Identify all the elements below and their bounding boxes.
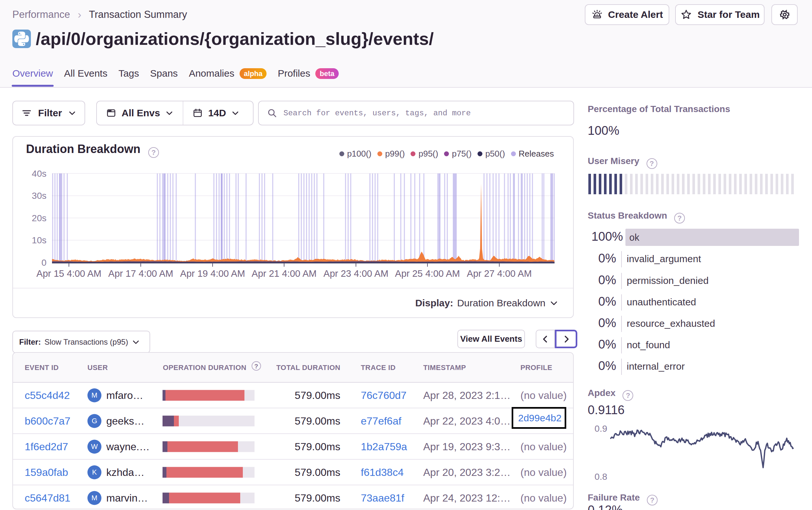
svg-text:Apr 27 4:00 AM: Apr 27 4:00 AM <box>467 268 532 279</box>
svg-text:Apr 17 4:00 AM: Apr 17 4:00 AM <box>108 268 173 279</box>
svg-text:Apr 25 4:00 AM: Apr 25 4:00 AM <box>395 268 460 279</box>
svg-text:Apr 15 4:00 AM: Apr 15 4:00 AM <box>36 268 102 279</box>
svg-text:Apr 23 4:00 AM: Apr 23 4:00 AM <box>323 268 388 279</box>
svg-text:0: 0 <box>41 258 47 268</box>
svg-text:20s: 20s <box>32 213 47 223</box>
svg-text:Apr 19 4:00 AM: Apr 19 4:00 AM <box>180 268 245 279</box>
svg-text:10s: 10s <box>32 235 47 245</box>
svg-text:Apr 21 4:00 AM: Apr 21 4:00 AM <box>252 268 317 279</box>
svg-text:30s: 30s <box>32 191 47 201</box>
svg-text:40s: 40s <box>32 169 47 179</box>
